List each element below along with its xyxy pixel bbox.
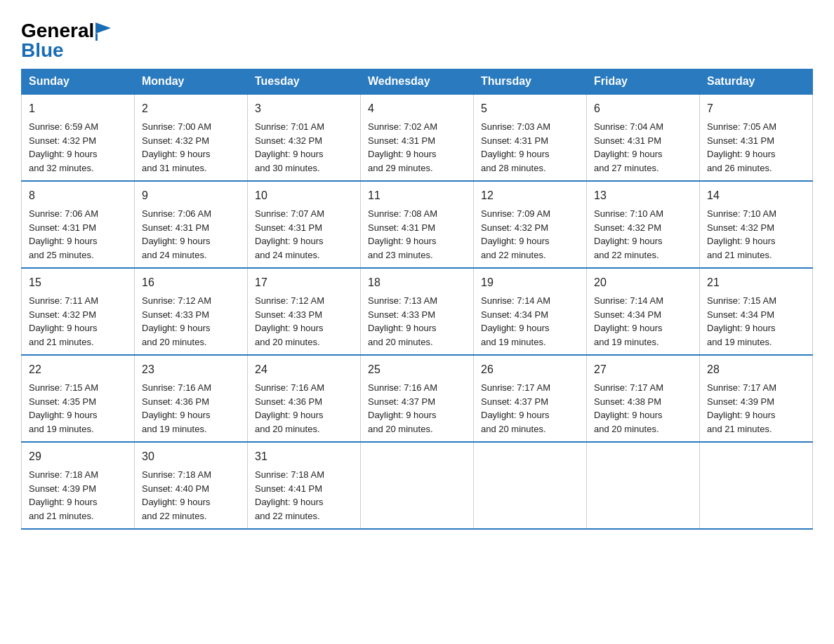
sunset-text: Sunset: 4:31 PM xyxy=(142,222,209,233)
sunrise-text: Sunrise: 7:14 AM xyxy=(594,295,663,306)
sunrise-text: Sunrise: 7:17 AM xyxy=(481,382,550,393)
day-number: 14 xyxy=(707,187,805,204)
daylight-minutes-text: and 19 minutes. xyxy=(142,424,207,434)
calendar-cell: 25Sunrise: 7:16 AMSunset: 4:37 PMDayligh… xyxy=(361,355,474,442)
day-number: 7 xyxy=(707,100,805,117)
day-number: 4 xyxy=(368,100,466,117)
daylight-minutes-text: and 20 minutes. xyxy=(594,424,659,434)
day-number: 24 xyxy=(255,361,353,378)
day-number: 31 xyxy=(255,448,353,465)
daylight-minutes-text: and 20 minutes. xyxy=(368,337,433,347)
sunrise-text: Sunrise: 7:05 AM xyxy=(707,121,776,132)
calendar-cell: 6Sunrise: 7:04 AMSunset: 4:31 PMDaylight… xyxy=(587,94,700,181)
daylight-minutes-text: and 25 minutes. xyxy=(29,250,94,260)
calendar-cell: 5Sunrise: 7:03 AMSunset: 4:31 PMDaylight… xyxy=(474,94,587,181)
calendar-week-row: 8Sunrise: 7:06 AMSunset: 4:31 PMDaylight… xyxy=(22,181,813,268)
daylight-text: Daylight: 9 hours xyxy=(481,236,550,246)
daylight-minutes-text: and 22 minutes. xyxy=(481,250,546,260)
page-header: General Blue xyxy=(21,14,813,62)
daylight-minutes-text: and 30 minutes. xyxy=(255,163,320,173)
sunrise-text: Sunrise: 6:59 AM xyxy=(29,121,98,132)
daylight-text: Daylight: 9 hours xyxy=(142,410,211,420)
daylight-minutes-text: and 19 minutes. xyxy=(29,424,94,434)
day-number: 15 xyxy=(29,274,127,291)
day-number: 8 xyxy=(29,187,127,204)
sunrise-text: Sunrise: 7:09 AM xyxy=(481,208,550,219)
daylight-text: Daylight: 9 hours xyxy=(29,149,98,159)
daylight-minutes-text: and 21 minutes. xyxy=(707,424,772,434)
day-number: 23 xyxy=(142,361,240,378)
calendar-cell: 17Sunrise: 7:12 AMSunset: 4:33 PMDayligh… xyxy=(248,268,361,355)
sunrise-text: Sunrise: 7:07 AM xyxy=(255,208,324,219)
daylight-text: Daylight: 9 hours xyxy=(142,149,211,159)
daylight-text: Daylight: 9 hours xyxy=(594,149,663,159)
daylight-text: Daylight: 9 hours xyxy=(707,149,776,159)
sunset-text: Sunset: 4:32 PM xyxy=(594,222,661,233)
weekday-header-monday: Monday xyxy=(135,69,248,95)
calendar-cell xyxy=(700,442,813,529)
sunrise-text: Sunrise: 7:18 AM xyxy=(255,469,324,480)
sunrise-text: Sunrise: 7:16 AM xyxy=(368,382,437,393)
sunrise-text: Sunrise: 7:14 AM xyxy=(481,295,550,306)
sunrise-text: Sunrise: 7:11 AM xyxy=(29,295,98,306)
daylight-text: Daylight: 9 hours xyxy=(481,149,550,159)
calendar-cell: 30Sunrise: 7:18 AMSunset: 4:40 PMDayligh… xyxy=(135,442,248,529)
day-number: 3 xyxy=(255,100,353,117)
day-number: 2 xyxy=(142,100,240,117)
daylight-minutes-text: and 21 minutes. xyxy=(707,250,772,260)
sunrise-text: Sunrise: 7:15 AM xyxy=(29,382,98,393)
sunrise-text: Sunrise: 7:10 AM xyxy=(594,208,663,219)
day-number: 5 xyxy=(481,100,579,117)
day-number: 25 xyxy=(368,361,466,378)
day-number: 10 xyxy=(255,187,353,204)
sunset-text: Sunset: 4:33 PM xyxy=(255,309,322,320)
day-number: 12 xyxy=(481,187,579,204)
calendar-header-row: SundayMondayTuesdayWednesdayThursdayFrid… xyxy=(22,69,813,95)
sunset-text: Sunset: 4:35 PM xyxy=(29,396,96,407)
logo-flag-icon xyxy=(95,22,111,41)
sunrise-text: Sunrise: 7:01 AM xyxy=(255,121,324,132)
daylight-minutes-text: and 19 minutes. xyxy=(707,337,772,347)
daylight-text: Daylight: 9 hours xyxy=(29,323,98,333)
sunrise-text: Sunrise: 7:02 AM xyxy=(368,121,437,132)
sunrise-text: Sunrise: 7:06 AM xyxy=(142,208,211,219)
sunrise-text: Sunrise: 7:03 AM xyxy=(481,121,550,132)
sunrise-text: Sunrise: 7:18 AM xyxy=(29,469,98,480)
calendar-cell: 10Sunrise: 7:07 AMSunset: 4:31 PMDayligh… xyxy=(248,181,361,268)
daylight-minutes-text: and 20 minutes. xyxy=(255,424,320,434)
sunset-text: Sunset: 4:32 PM xyxy=(707,222,774,233)
svg-rect-1 xyxy=(95,34,98,41)
calendar-cell: 24Sunrise: 7:16 AMSunset: 4:36 PMDayligh… xyxy=(248,355,361,442)
weekday-header-sunday: Sunday xyxy=(22,69,135,95)
sunset-text: Sunset: 4:34 PM xyxy=(707,309,774,320)
daylight-minutes-text: and 23 minutes. xyxy=(368,250,433,260)
daylight-minutes-text: and 32 minutes. xyxy=(29,163,94,173)
logo-general-text: General xyxy=(21,21,94,41)
weekday-header-tuesday: Tuesday xyxy=(248,69,361,95)
daylight-minutes-text: and 28 minutes. xyxy=(481,163,546,173)
calendar-cell: 2Sunrise: 7:00 AMSunset: 4:32 PMDaylight… xyxy=(135,94,248,181)
daylight-text: Daylight: 9 hours xyxy=(255,323,324,333)
calendar-cell xyxy=(587,442,700,529)
daylight-text: Daylight: 9 hours xyxy=(29,497,98,507)
daylight-text: Daylight: 9 hours xyxy=(594,410,663,420)
daylight-text: Daylight: 9 hours xyxy=(481,410,550,420)
calendar-table: SundayMondayTuesdayWednesdayThursdayFrid… xyxy=(21,69,813,530)
sunset-text: Sunset: 4:33 PM xyxy=(368,309,435,320)
sunrise-text: Sunrise: 7:06 AM xyxy=(29,208,98,219)
sunset-text: Sunset: 4:32 PM xyxy=(255,135,322,146)
day-number: 22 xyxy=(29,361,127,378)
daylight-minutes-text: and 22 minutes. xyxy=(594,250,659,260)
daylight-minutes-text: and 31 minutes. xyxy=(142,163,207,173)
sunset-text: Sunset: 4:34 PM xyxy=(594,309,661,320)
day-number: 21 xyxy=(707,274,805,291)
sunrise-text: Sunrise: 7:04 AM xyxy=(594,121,663,132)
sunrise-text: Sunrise: 7:17 AM xyxy=(707,382,776,393)
sunrise-text: Sunrise: 7:12 AM xyxy=(142,295,211,306)
daylight-minutes-text: and 20 minutes. xyxy=(255,337,320,347)
sunset-text: Sunset: 4:31 PM xyxy=(481,135,548,146)
calendar-cell: 28Sunrise: 7:17 AMSunset: 4:39 PMDayligh… xyxy=(700,355,813,442)
daylight-minutes-text: and 20 minutes. xyxy=(481,424,546,434)
calendar-week-row: 1Sunrise: 6:59 AMSunset: 4:32 PMDaylight… xyxy=(22,94,813,181)
logo-blue-text: Blue xyxy=(21,39,64,62)
